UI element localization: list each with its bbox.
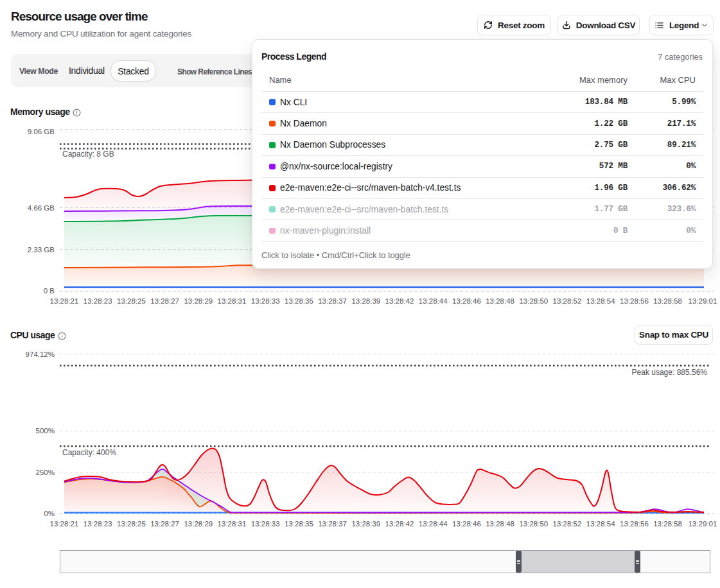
svg-text:974.12%: 974.12%: [26, 350, 55, 358]
svg-text:13:28:42: 13:28:42: [385, 520, 414, 528]
svg-text:13:28:33: 13:28:33: [251, 297, 280, 305]
svg-text:13:28:48: 13:28:48: [486, 297, 514, 305]
svg-text:13:28:31: 13:28:31: [218, 520, 247, 528]
svg-text:13:28:58: 13:28:58: [653, 520, 682, 528]
svg-text:13:28:35: 13:28:35: [285, 297, 313, 305]
svg-text:4.66 GB: 4.66 GB: [28, 204, 55, 212]
svg-text:13:28:23: 13:28:23: [83, 520, 112, 528]
svg-text:13:28:37: 13:28:37: [318, 520, 347, 528]
svg-text:Capacity: 8 GB: Capacity: 8 GB: [62, 150, 114, 159]
svg-text:13:28:25: 13:28:25: [117, 297, 146, 305]
svg-text:13:28:54: 13:28:54: [586, 297, 615, 305]
svg-text:13:28:48: 13:28:48: [486, 520, 514, 528]
svg-text:500%: 500%: [36, 427, 55, 435]
svg-text:13:28:58: 13:28:58: [653, 297, 682, 305]
svg-text:13:28:52: 13:28:52: [553, 297, 582, 305]
svg-text:13:28:56: 13:28:56: [620, 520, 649, 528]
svg-text:13:28:29: 13:28:29: [184, 520, 213, 528]
svg-text:250%: 250%: [36, 469, 55, 476]
svg-text:13:28:31: 13:28:31: [218, 297, 247, 305]
svg-text:0%: 0%: [44, 510, 55, 517]
svg-text:13:28:39: 13:28:39: [351, 520, 380, 528]
svg-text:Peak usage: 885.56%: Peak usage: 885.56%: [632, 368, 708, 377]
svg-text:13:28:52: 13:28:52: [553, 520, 582, 528]
svg-text:13:28:46: 13:28:46: [452, 297, 481, 305]
svg-text:13:28:46: 13:28:46: [452, 520, 481, 528]
svg-text:13:29:01: 13:29:01: [689, 520, 717, 528]
svg-text:13:28:21: 13:28:21: [50, 297, 79, 305]
svg-text:13:28:25: 13:28:25: [117, 520, 146, 528]
svg-text:13:28:44: 13:28:44: [419, 297, 448, 305]
svg-text:13:28:39: 13:28:39: [351, 297, 380, 305]
svg-text:13:28:44: 13:28:44: [419, 520, 448, 528]
svg-text:13:28:29: 13:28:29: [184, 297, 213, 305]
svg-text:13:28:42: 13:28:42: [385, 297, 414, 305]
svg-text:13:28:23: 13:28:23: [83, 297, 112, 305]
svg-text:Capacity: 400%: Capacity: 400%: [62, 448, 116, 457]
svg-text:13:28:21: 13:28:21: [50, 520, 79, 528]
svg-text:13:28:27: 13:28:27: [150, 520, 179, 528]
svg-text:13:28:33: 13:28:33: [251, 520, 280, 528]
svg-text:13:28:54: 13:28:54: [586, 520, 615, 528]
svg-text:9.06 GB: 9.06 GB: [28, 128, 55, 135]
svg-text:13:28:37: 13:28:37: [318, 297, 347, 305]
svg-text:13:28:50: 13:28:50: [519, 520, 548, 528]
svg-text:0 B: 0 B: [44, 287, 55, 295]
svg-text:2.33 GB: 2.33 GB: [28, 246, 55, 254]
svg-text:13:28:56: 13:28:56: [620, 297, 649, 305]
svg-text:13:29:01: 13:29:01: [689, 297, 717, 305]
svg-text:13:28:27: 13:28:27: [150, 297, 179, 305]
svg-text:13:28:50: 13:28:50: [519, 297, 548, 305]
svg-text:13:28:35: 13:28:35: [285, 520, 313, 528]
